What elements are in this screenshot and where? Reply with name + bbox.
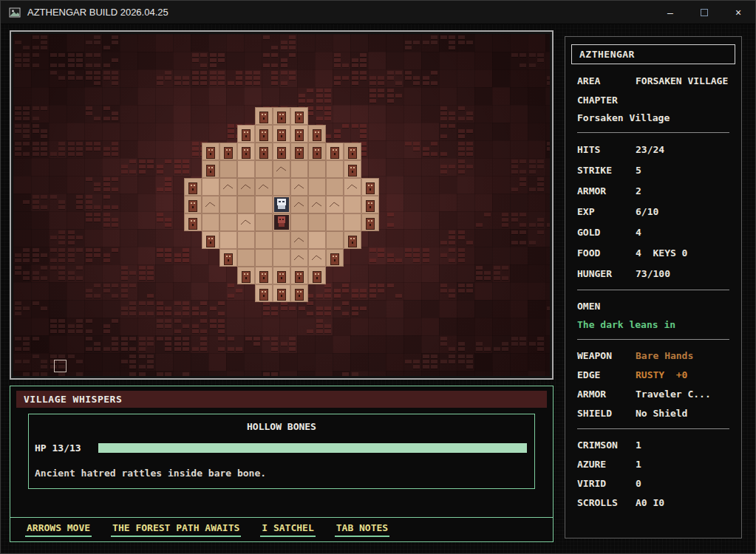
titlebar: AZTHENGAR BUILD 2026.04.25 – × <box>1 1 755 24</box>
resource-value: 1 <box>636 440 641 451</box>
stat-label: FOOD <box>577 247 636 259</box>
stat-row-hits: HITS 23/24 <box>565 139 741 160</box>
resource-row-virid: VIRID 0 <box>565 473 741 493</box>
stat-value: 6/10 <box>636 206 658 217</box>
maximize-icon <box>701 9 708 16</box>
resource-value: 1 <box>636 459 641 470</box>
stat-row-food-keys: FOOD 4 KEYS 0 <box>565 242 741 263</box>
whispers-spacer <box>10 489 553 517</box>
equip-label: ARMOR <box>577 389 636 400</box>
equip-value: No Shield <box>636 408 687 419</box>
maximize-button[interactable] <box>687 1 721 24</box>
area-row: AREA FORSAKEN VILLAGE <box>565 70 741 91</box>
hp-fill <box>98 443 527 453</box>
area-value: FORSAKEN VILLAGE <box>636 75 728 86</box>
resource-row-azure: AZURE 1 <box>565 454 741 473</box>
chapter-label: CHAPTER <box>577 95 636 106</box>
stat-value: 5 <box>636 165 641 176</box>
game-content: VILLAGE WHISPERS HOLLOW BONES HP 13/13 A… <box>1 24 755 553</box>
minimize-icon: – <box>667 7 673 18</box>
divider <box>577 290 729 290</box>
divider <box>577 132 729 133</box>
whispers-panel: VILLAGE WHISPERS HOLLOW BONES HP 13/13 A… <box>10 386 554 542</box>
resource-row-scrolls: SCROLLS A0 I0 <box>565 493 741 512</box>
statusbar: ARROWS MOVE THE FOREST PATH AWAITS I SAT… <box>10 518 553 541</box>
hint-satchel[interactable]: I SATCHEL <box>260 522 315 537</box>
hint-notes[interactable]: TAB NOTES <box>335 522 389 537</box>
stat-value: 4 <box>636 227 641 238</box>
sidebar: AZTHENGAR AREA FORSAKEN VILLAGE CHAPTER … <box>565 36 742 538</box>
close-icon: × <box>735 7 741 18</box>
equip-row-armor: ARMOR Traveler C... <box>565 384 741 403</box>
game-map[interactable] <box>13 34 550 376</box>
stat-label: EXP <box>577 206 636 217</box>
divider <box>577 428 729 429</box>
monster-name: HOLLOW BONES <box>35 421 528 432</box>
divider <box>577 339 729 340</box>
stat-value: 73/100 <box>636 268 670 279</box>
resource-row-crimson: CRIMSON 1 <box>565 435 741 454</box>
equip-row-shield: SHIELD No Shield <box>565 403 741 423</box>
stat-label: STRIKE <box>577 165 636 176</box>
monster-card: HOLLOW BONES HP 13/13 Ancient hatred rat… <box>28 414 535 489</box>
stat-value: 4 KEYS 0 <box>636 247 687 259</box>
whispers-header: VILLAGE WHISPERS <box>16 391 547 408</box>
resource-label: CRIMSON <box>577 440 636 451</box>
app-window: AZTHENGAR BUILD 2026.04.25 – × VILLAGE W… <box>0 0 756 554</box>
equip-value: Bare Hands <box>636 350 693 361</box>
resource-label: SCROLLS <box>577 497 636 508</box>
equip-label: SHIELD <box>577 408 636 419</box>
stat-value: 2 <box>636 185 641 196</box>
stat-value: 23/24 <box>636 144 664 155</box>
hp-label: HP 13/13 <box>35 442 98 454</box>
omen-row: OMEN <box>565 296 741 315</box>
chapter-value: Forsaken Village <box>565 109 741 126</box>
sidebar-title: AZTHENGAR <box>571 44 735 64</box>
monster-hp-row: HP 13/13 <box>35 442 528 454</box>
omen-label: OMEN <box>577 301 636 312</box>
resource-value: 0 <box>636 478 641 489</box>
window-controls: – × <box>653 1 755 24</box>
window-title: AZTHENGAR BUILD 2026.04.25 <box>27 7 168 18</box>
equip-label: EDGE <box>577 369 636 380</box>
equip-row-weapon: WEAPON Bare Hands <box>565 346 741 365</box>
map-viewport <box>10 30 554 380</box>
resource-value: A0 I0 <box>636 497 664 508</box>
chapter-row: CHAPTER <box>565 91 741 109</box>
minimize-button[interactable]: – <box>653 1 687 24</box>
stat-row-armor: ARMOR 2 <box>565 180 741 201</box>
equip-value: RUSTY +0 <box>636 369 687 380</box>
stat-label: HUNGER <box>577 268 636 279</box>
stat-row-hunger: HUNGER 73/100 <box>565 263 741 284</box>
stat-row-strike: STRIKE 5 <box>565 160 741 180</box>
app-icon <box>9 7 21 18</box>
close-button[interactable]: × <box>721 1 755 24</box>
area-label: AREA <box>577 75 636 86</box>
status-message-forest-path: THE FOREST PATH AWAITS <box>111 522 241 537</box>
omen-text: The dark leans in <box>565 315 741 333</box>
monster-description: Ancient hatred rattles inside bare bone. <box>35 468 528 479</box>
resource-label: AZURE <box>577 459 636 470</box>
stat-label: HITS <box>577 144 636 155</box>
equip-value: Traveler C... <box>636 389 711 400</box>
stat-row-gold: GOLD 4 <box>565 222 741 242</box>
stat-label: ARMOR <box>577 185 636 196</box>
stat-row-exp: EXP 6/10 <box>565 201 741 222</box>
resource-label: VIRID <box>577 478 636 489</box>
equip-label: WEAPON <box>577 350 636 361</box>
map-cursor <box>54 360 67 372</box>
hp-bar <box>98 443 527 453</box>
equip-row-edge: EDGE RUSTY +0 <box>565 365 741 384</box>
hint-arrows-move: ARROWS MOVE <box>25 522 92 537</box>
stat-label: GOLD <box>577 227 636 238</box>
